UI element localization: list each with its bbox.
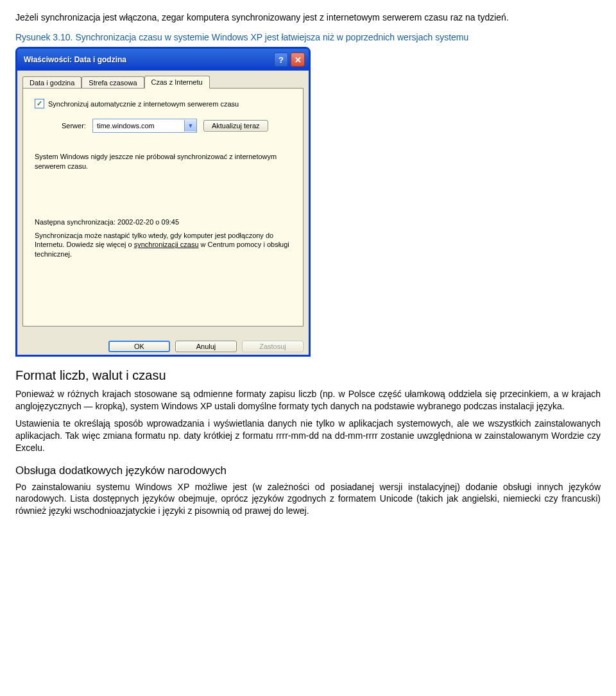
- update-now-button[interactable]: Aktualizuj teraz: [203, 120, 268, 132]
- close-button[interactable]: ✕: [291, 53, 305, 67]
- server-label: Serwer:: [62, 122, 86, 130]
- format-paragraph-1: Ponieważ w różnych krajach stosowane są …: [15, 388, 601, 412]
- auto-sync-label: Synchronizuj automatycznie z internetowy…: [48, 100, 239, 108]
- sync-status-text: System Windows nigdy jeszcze nie próbowa…: [35, 152, 291, 171]
- server-value: time.windows.com: [93, 122, 184, 130]
- chevron-down-icon: ▼: [184, 120, 196, 132]
- tab-timezone[interactable]: Strefa czasowa: [81, 76, 144, 89]
- ok-button[interactable]: OK: [108, 341, 170, 352]
- sync-help-link[interactable]: synchronizacji czasu: [134, 241, 199, 248]
- help-button[interactable]: ?: [274, 53, 288, 67]
- section-heading-format: Format liczb, walut i czasu: [15, 368, 601, 383]
- languages-paragraph: Po zainstalowaniu systemu Windows XP moż…: [15, 481, 601, 518]
- dialog-title: Właściwości: Data i godzina: [24, 55, 126, 64]
- cancel-button[interactable]: Anuluj: [175, 341, 237, 352]
- datetime-properties-dialog: Właściwości: Data i godzina ? ✕ Data i g…: [15, 47, 311, 357]
- figure-caption: Rysunek 3.10. Synchronizacja czasu w sys…: [15, 31, 601, 43]
- auto-sync-checkbox[interactable]: ✓: [35, 99, 44, 108]
- tab-panel-internet-time: ✓ Synchronizuj automatycznie z interneto…: [22, 88, 304, 327]
- dialog-footer-buttons: OK Anuluj Zastosuj: [17, 334, 309, 355]
- tab-date-time[interactable]: Data i godzina: [22, 76, 81, 89]
- dialog-tabs: Data i godzina Strefa czasowa Czas z Int…: [22, 76, 304, 89]
- help-icon: ?: [278, 55, 284, 65]
- tab-internet-time[interactable]: Czas z Internetu: [144, 76, 210, 89]
- subsection-heading-languages: Obsługa dodatkowych języków narodowych: [15, 464, 601, 477]
- intro-paragraph: Jeżeli synchronizacja jest włączona, zeg…: [15, 12, 601, 24]
- close-icon: ✕: [295, 55, 302, 65]
- apply-button[interactable]: Zastosuj: [242, 341, 304, 352]
- server-combobox[interactable]: time.windows.com ▼: [92, 119, 197, 133]
- checkmark-icon: ✓: [37, 99, 42, 108]
- sync-help-text: Synchronizacja może nastąpić tylko wtedy…: [35, 231, 291, 260]
- next-sync-text: Następna synchronizacja: 2002-02-20 o 09…: [35, 217, 291, 227]
- dialog-titlebar[interactable]: Właściwości: Data i godzina ? ✕: [17, 49, 309, 71]
- format-paragraph-2: Ustawienia te określają sposób wprowadza…: [15, 418, 601, 454]
